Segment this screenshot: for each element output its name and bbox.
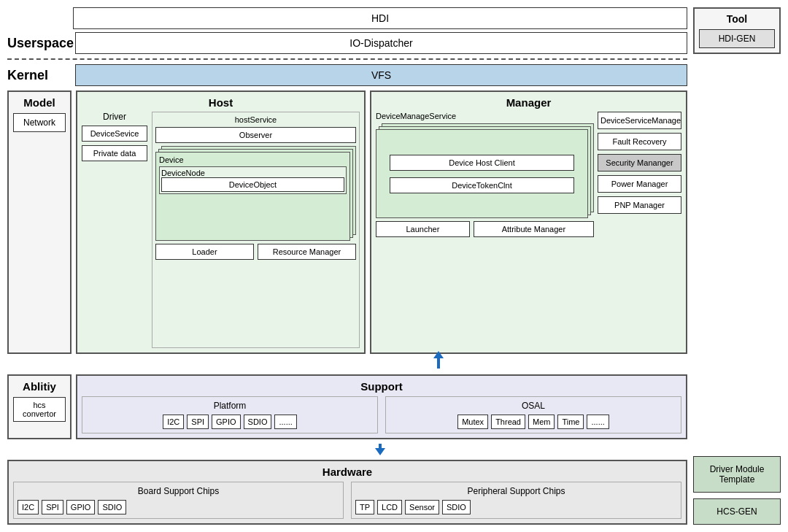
device-host-client-box: Device Host Client	[390, 155, 574, 171]
osal-more: ......	[587, 415, 609, 429]
observer-box: Observer	[155, 127, 356, 143]
host-service-col: hostService Observer Device DeviceNode D…	[152, 112, 360, 348]
board-sdio: SDIO	[98, 500, 126, 514]
board-i2c: I2C	[18, 500, 39, 514]
bottom-section: Ablitiy hcs convertor Support Platform I…	[7, 374, 687, 439]
peripheral-tp: TP	[355, 500, 374, 514]
hardware-section: Hardware Board Support Chips I2C SPI GPI…	[7, 460, 687, 525]
board-gpio: GPIO	[66, 500, 96, 514]
resource-manager-box: Resource Manager	[258, 244, 356, 260]
device-front: Device DeviceNode DeviceObject	[155, 152, 350, 241]
platform-items: I2C SPI GPIO SDIO ......	[86, 415, 374, 429]
kernel-row: Kernel VFS	[7, 64, 687, 86]
osal-items: Mutex Thread Mem Time ......	[390, 415, 677, 429]
platform-more: ......	[274, 415, 296, 429]
device-object-box: DeviceObject	[161, 177, 344, 192]
ability-box: Ablitiy hcs convertor	[7, 374, 72, 439]
platform-spi: SPI	[187, 415, 209, 429]
device-token-clnt-box: DeviceTokenClnt	[390, 177, 574, 193]
attribute-manager-box: Attribute Manager	[474, 221, 594, 237]
tool-box: Tool HDI-GEN	[693, 7, 781, 54]
middle-section: Model Network Host Driver DeviceSevice P…	[7, 90, 687, 354]
power-manager-box: Power Manager	[598, 175, 681, 193]
manager-stack: Device Host Client DeviceTokenClnt	[376, 123, 594, 218]
device-node-label: DeviceNode	[161, 169, 344, 177]
peripheral-support-label: Peripheral Support Chips	[355, 486, 677, 496]
manager-title: Manager	[376, 96, 681, 109]
hcs-gen-button[interactable]: HCS-GEN	[693, 498, 781, 525]
board-support-box: Board Support Chips I2C SPI GPIO SDIO	[13, 482, 344, 519]
hw-arrow-down	[375, 444, 385, 455]
device-node-box: DeviceNode DeviceObject	[159, 166, 347, 194]
ability-title: Ablitiy	[13, 380, 66, 393]
pnp-manager-box: PNP Manager	[598, 196, 681, 214]
arrow-head	[433, 351, 444, 358]
loader-row: Loader Resource Manager	[155, 244, 356, 260]
loader-box: Loader	[155, 244, 254, 260]
platform-sdio: SDIO	[244, 415, 272, 429]
peripheral-items: TP LCD Sensor SDIO	[355, 500, 677, 514]
right-panel: Tool HDI-GEN Driver Module Template HCS-…	[693, 7, 781, 525]
platform-label: Platform	[86, 401, 374, 411]
io-dispatcher-bar: IO-Dispatcher	[75, 32, 687, 54]
driver-label: Driver	[82, 112, 147, 122]
hw-arrow-head-down	[375, 448, 385, 455]
device-stack: Device DeviceNode DeviceObject	[155, 146, 356, 241]
main-container: HDI Userspace IO-Dispatcher Kernel VFS M…	[0, 0, 788, 532]
security-manager-box: Security Mananger	[598, 154, 681, 171]
network-box: Network	[13, 113, 66, 132]
fault-recovery-box: Fault Recovery	[598, 133, 681, 150]
device-manage-service-label: DeviceManageService	[376, 112, 594, 120]
bottom-row-manager: Launcher Attribute Manager	[376, 221, 594, 237]
osal-box: OSAL Mutex Thread Mem Time ......	[385, 396, 681, 433]
userspace-label: Userspace	[7, 36, 69, 51]
device-service-manage-box: DeviceServiceManage	[598, 112, 681, 129]
private-data-box: Private data	[82, 145, 147, 161]
hw-arrow-container	[73, 444, 687, 455]
peripheral-lcd: LCD	[377, 500, 402, 514]
dashed-divider	[7, 58, 687, 60]
support-section: Support Platform I2C SPI GPIO SDIO .....…	[76, 374, 687, 439]
launcher-box: Launcher	[376, 221, 470, 237]
device-service-box: DeviceSevice	[82, 126, 147, 142]
vfs-bar: VFS	[75, 64, 687, 86]
osal-mem: Mem	[528, 415, 555, 429]
osal-time: Time	[557, 415, 584, 429]
hardware-inner: Board Support Chips I2C SPI GPIO SDIO Pe…	[13, 482, 681, 519]
mgr-front: Device Host Client DeviceTokenClnt	[376, 129, 588, 218]
arrow-shaft	[437, 358, 440, 369]
driver-module-button[interactable]: Driver Module Template	[693, 456, 781, 493]
board-items: I2C SPI GPIO SDIO	[18, 500, 339, 514]
model-title: Model	[13, 96, 66, 109]
host-section: Host Driver DeviceSevice Private data ho…	[76, 90, 366, 354]
hardware-title: Hardware	[13, 466, 681, 478]
host-service-label: hostService	[155, 115, 356, 124]
driver-col: Driver DeviceSevice Private data	[82, 112, 147, 348]
top-section: HDI Userspace IO-Dispatcher Kernel VFS	[7, 7, 687, 86]
platform-box: Platform I2C SPI GPIO SDIO ......	[82, 396, 378, 433]
device-manage-col: DeviceManageService Device Host Client D…	[376, 112, 594, 348]
vfs-arrow-up	[433, 351, 444, 369]
kernel-label: Kernel	[7, 68, 69, 83]
spacer	[693, 60, 781, 450]
osal-mutex: Mutex	[457, 415, 488, 429]
platform-i2c: I2C	[163, 415, 184, 429]
peripheral-sensor: Sensor	[405, 500, 439, 514]
osal-thread: Thread	[491, 415, 525, 429]
hdi-gen-button[interactable]: HDI-GEN	[699, 29, 775, 48]
manager-section: Manager DeviceManageService Device Host …	[370, 90, 687, 354]
manager-inner: DeviceManageService Device Host Client D…	[376, 112, 681, 348]
osal-label: OSAL	[390, 401, 677, 411]
device-label: Device	[159, 155, 347, 164]
peripheral-sdio: SDIO	[442, 500, 471, 514]
support-title: Support	[82, 380, 681, 393]
manager-right-col: DeviceServiceManage Fault Recovery Secur…	[598, 112, 681, 348]
host-title: Host	[82, 96, 360, 109]
board-spi: SPI	[42, 500, 63, 514]
hdi-bar: HDI	[73, 7, 687, 29]
peripheral-support-box: Peripheral Support Chips TP LCD Sensor S…	[351, 482, 681, 519]
host-inner: Driver DeviceSevice Private data hostSer…	[82, 112, 360, 348]
board-support-label: Board Support Chips	[18, 486, 339, 496]
model-box: Model Network	[7, 90, 72, 354]
platform-gpio: GPIO	[212, 415, 241, 429]
